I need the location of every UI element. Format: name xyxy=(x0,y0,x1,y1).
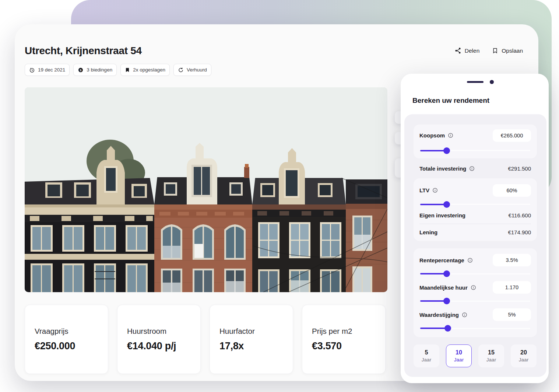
bookmark-filled-icon xyxy=(125,67,130,73)
panel-handle xyxy=(401,74,549,90)
ltv-label-row: LTV xyxy=(419,187,438,193)
year-selector: 5 Jaar 10 Jaar 15 Jaar 20 Jaar xyxy=(414,344,537,367)
handle-dash-icon xyxy=(467,81,484,83)
houses-illustration xyxy=(25,87,387,292)
badge-opgeslagen: 2x opgeslagen xyxy=(120,64,170,76)
ltv-value-field[interactable]: 60% xyxy=(493,184,531,197)
rendement-calculator-panel: Bereken uw rendement Koopsom €265.000 To… xyxy=(401,74,549,383)
koopsom-card: Koopsom €265.000 xyxy=(414,125,537,158)
stat-value: €250.000 xyxy=(35,340,108,352)
maandelijkse-huur-value-field[interactable]: 1.170 xyxy=(493,281,531,294)
info-icon[interactable] xyxy=(471,285,476,290)
year-button-20[interactable]: 20 Jaar xyxy=(511,344,537,367)
rentepercentage-label-row: Rentepercentage xyxy=(419,257,473,263)
share-button[interactable]: Delen xyxy=(454,47,480,54)
stat-card-huurfactor: Huurfactor 17,8x xyxy=(210,305,293,374)
badge-biedingen: $ 3 biedingen xyxy=(73,64,117,76)
save-button[interactable]: Opslaan xyxy=(492,47,523,54)
coin-icon: $ xyxy=(78,67,84,73)
stat-value: €14.040 p/j xyxy=(127,340,200,352)
year-button-10[interactable]: 10 Jaar xyxy=(446,344,472,367)
waardestijging-slider[interactable] xyxy=(420,325,530,332)
koopsom-slider[interactable] xyxy=(420,147,530,154)
info-icon[interactable] xyxy=(448,133,453,138)
stat-value: 17,8x xyxy=(219,340,293,352)
stat-label: Vraagprijs xyxy=(35,327,108,336)
save-label: Opslaan xyxy=(502,48,523,54)
stat-card-vraagprijs: Vraagprijs €250.000 xyxy=(25,305,108,374)
divider xyxy=(419,224,531,224)
stat-card-huurstroom: Huurstroom €14.040 p/j xyxy=(117,305,201,374)
year-button-15[interactable]: 15 Jaar xyxy=(478,344,504,367)
share-label: Delen xyxy=(465,48,480,54)
ltv-card: LTV 60% Eigen investering €116.600 Lenin… xyxy=(414,178,537,241)
lening-value: €174.900 xyxy=(508,229,531,235)
info-icon[interactable] xyxy=(469,166,475,171)
share-icon xyxy=(454,47,461,54)
totale-investering-row: Totale investering €291.500 xyxy=(414,159,537,178)
badge-verhuurd: Verhuurd xyxy=(173,64,211,76)
totale-investering-value: €291.500 xyxy=(508,165,531,172)
ltv-slider[interactable] xyxy=(420,201,530,208)
property-photo xyxy=(25,87,387,292)
slider-thumb[interactable] xyxy=(443,298,450,304)
eigen-investering-value: €116.600 xyxy=(509,212,531,218)
info-icon[interactable] xyxy=(462,312,467,318)
slider-thumb[interactable] xyxy=(443,201,450,208)
koopsom-label-row: Koopsom xyxy=(419,132,453,139)
svg-text:$: $ xyxy=(80,68,82,71)
info-icon[interactable] xyxy=(467,258,473,263)
parameters-card: Rentepercentage 3.5% Maandelijkse huur 1… xyxy=(414,248,537,337)
refresh-icon xyxy=(178,67,184,73)
stat-label: Prijs per m2 xyxy=(312,327,385,336)
year-button-5[interactable]: 5 Jaar xyxy=(414,344,439,367)
slider-thumb[interactable] xyxy=(443,270,450,277)
calculator-title: Bereken uw rendement xyxy=(412,97,549,105)
bookmark-icon xyxy=(492,47,498,54)
slider-thumb[interactable] xyxy=(443,147,450,154)
stat-value: €3.570 xyxy=(312,340,385,352)
slider-thumb[interactable] xyxy=(444,325,451,332)
stat-label: Huurstroom xyxy=(127,327,200,336)
info-icon[interactable] xyxy=(432,188,438,193)
maandelijkse-huur-label-row: Maandelijkse huur xyxy=(419,284,476,291)
rentepercentage-slider[interactable] xyxy=(420,270,530,277)
handle-dot-icon xyxy=(490,80,494,84)
waardestijging-label-row: Waardestijging xyxy=(419,312,467,318)
waardestijging-value-field[interactable]: 5% xyxy=(493,308,531,321)
stat-card-prijs-per-m2: Prijs per m2 €3.570 xyxy=(302,305,386,374)
clock-icon xyxy=(29,67,35,73)
calculator-body: Koopsom €265.000 Totale investering €291… xyxy=(404,114,546,377)
badge-date: 19 dec 2021 xyxy=(25,64,70,76)
stat-label: Huurfactor xyxy=(219,327,293,336)
page: Utrecht, Krijnenstraat 54 Delen Opslaan … xyxy=(0,0,559,392)
rentepercentage-value-field[interactable]: 3.5% xyxy=(493,254,531,266)
page-title: Utrecht, Krijnenstraat 54 xyxy=(25,45,523,57)
maandelijkse-huur-slider[interactable] xyxy=(420,298,530,304)
koopsom-value-field[interactable]: €265.000 xyxy=(493,129,531,142)
